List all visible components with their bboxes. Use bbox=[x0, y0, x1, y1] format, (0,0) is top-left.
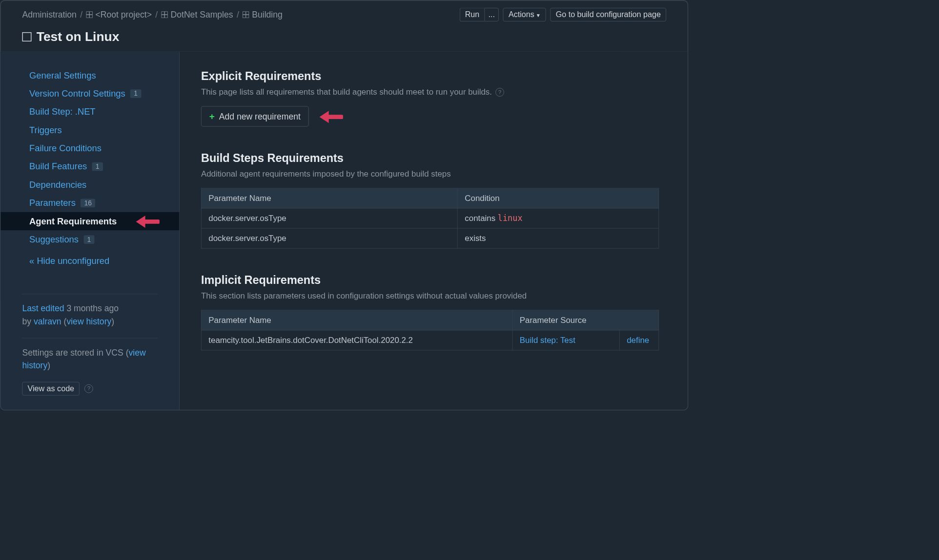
main-content: Explicit Requirements This page lists al… bbox=[180, 52, 688, 410]
sidebar-item-failure[interactable]: Failure Conditions bbox=[0, 139, 179, 157]
count-badge: 1 bbox=[92, 162, 103, 171]
col-condition: Condition bbox=[457, 188, 659, 208]
breadcrumb: Administration / <Root project> / DotNet… bbox=[22, 10, 282, 20]
chevron-down-icon: ▼ bbox=[536, 13, 541, 19]
sidebar-item-features[interactable]: Build Features1 bbox=[0, 158, 179, 176]
help-icon[interactable]: ? bbox=[84, 384, 93, 393]
col-parameter-name: Parameter Name bbox=[201, 310, 512, 330]
col-parameter-name: Parameter Name bbox=[201, 188, 457, 208]
actions-dropdown[interactable]: Actions▼ bbox=[503, 8, 546, 21]
page-title: Test on Linux bbox=[37, 29, 120, 44]
section-title: Explicit Requirements bbox=[201, 70, 666, 83]
count-badge: 1 bbox=[130, 89, 141, 98]
pointer-arrow-icon bbox=[136, 216, 160, 226]
table-row: docker.server.osType contains linux bbox=[201, 208, 659, 228]
define-link[interactable]: define bbox=[627, 336, 649, 345]
section-subtitle: This section lists parameters used in co… bbox=[201, 291, 666, 301]
section-subtitle: This page lists all requirements that bu… bbox=[201, 87, 666, 97]
view-history-link[interactable]: view history bbox=[66, 317, 111, 326]
breadcrumb-build[interactable]: Building bbox=[243, 10, 283, 20]
view-as-code-button[interactable]: View as code bbox=[22, 382, 80, 396]
section-title: Implicit Requirements bbox=[201, 274, 666, 287]
last-edited-meta: Last edited 3 months ago by valravn (vie… bbox=[22, 302, 158, 328]
table-row: docker.server.osType exists bbox=[201, 228, 659, 248]
table-row: teamcity.tool.JetBrains.dotCover.DotNetC… bbox=[201, 330, 659, 350]
section-title: Build Steps Requirements bbox=[201, 152, 666, 165]
run-more-button[interactable]: ... bbox=[485, 8, 499, 21]
add-requirement-button[interactable]: + Add new requirement bbox=[201, 106, 309, 127]
sidebar-item-buildstep[interactable]: Build Step: .NET bbox=[0, 102, 179, 120]
sidebar-item-parameters[interactable]: Parameters16 bbox=[0, 194, 179, 212]
breadcrumb-project[interactable]: DotNet Samples bbox=[161, 10, 233, 20]
sidebar: General Settings Version Control Setting… bbox=[0, 52, 180, 410]
help-icon[interactable]: ? bbox=[495, 88, 504, 97]
sidebar-item-general[interactable]: General Settings bbox=[0, 66, 179, 84]
col-parameter-source: Parameter Source bbox=[512, 310, 659, 330]
pointer-arrow-icon bbox=[320, 111, 343, 121]
breadcrumb-admin[interactable]: Administration bbox=[22, 10, 76, 20]
explicit-requirements-section: Explicit Requirements This page lists al… bbox=[201, 70, 666, 127]
sidebar-item-triggers[interactable]: Triggers bbox=[0, 121, 179, 139]
sidebar-item-vcs[interactable]: Version Control Settings1 bbox=[0, 84, 179, 102]
project-icon bbox=[86, 11, 92, 18]
user-link[interactable]: valravn bbox=[34, 317, 61, 326]
build-config-icon bbox=[22, 32, 31, 41]
implicit-table: Parameter Name Parameter Source teamcity… bbox=[201, 310, 659, 351]
header: Administration / <Root project> / DotNet… bbox=[0, 0, 687, 52]
vcs-meta: Settings are stored in VCS (view history… bbox=[22, 346, 158, 372]
goto-config-button[interactable]: Go to build configuration page bbox=[551, 8, 666, 21]
build-steps-requirements-section: Build Steps Requirements Additional agen… bbox=[201, 152, 666, 249]
last-edited-link[interactable]: Last edited bbox=[22, 303, 64, 313]
hide-unconfigured-link[interactable]: « Hide unconfigured bbox=[0, 248, 179, 273]
header-actions: Run ... Actions▼ Go to build configurati… bbox=[460, 8, 666, 21]
count-badge: 1 bbox=[83, 235, 94, 244]
implicit-requirements-section: Implicit Requirements This section lists… bbox=[201, 274, 666, 351]
section-subtitle: Additional agent requirements imposed by… bbox=[201, 169, 666, 179]
project-icon bbox=[243, 11, 249, 18]
sidebar-item-dependencies[interactable]: Dependencies bbox=[0, 176, 179, 194]
breadcrumb-root[interactable]: <Root project> bbox=[86, 10, 151, 20]
run-button[interactable]: Run bbox=[460, 8, 485, 21]
build-steps-table: Parameter Name Condition docker.server.o… bbox=[201, 188, 659, 249]
sidebar-item-agent-requirements[interactable]: Agent Requirements bbox=[0, 212, 179, 230]
sidebar-item-suggestions[interactable]: Suggestions1 bbox=[0, 230, 179, 248]
project-icon bbox=[161, 11, 167, 18]
plus-icon: + bbox=[209, 111, 215, 122]
count-badge: 16 bbox=[81, 199, 95, 207]
build-step-link[interactable]: Build step: Test bbox=[520, 336, 575, 345]
